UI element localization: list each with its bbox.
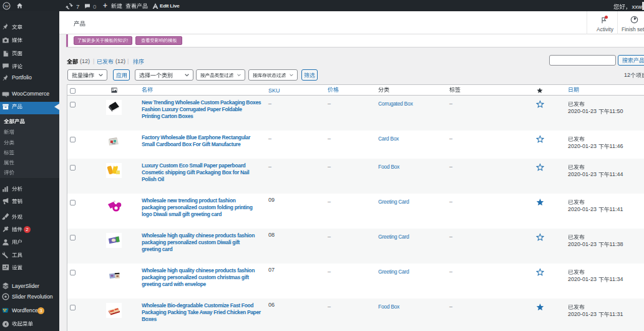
svg-text:W: W (4, 4, 9, 9)
